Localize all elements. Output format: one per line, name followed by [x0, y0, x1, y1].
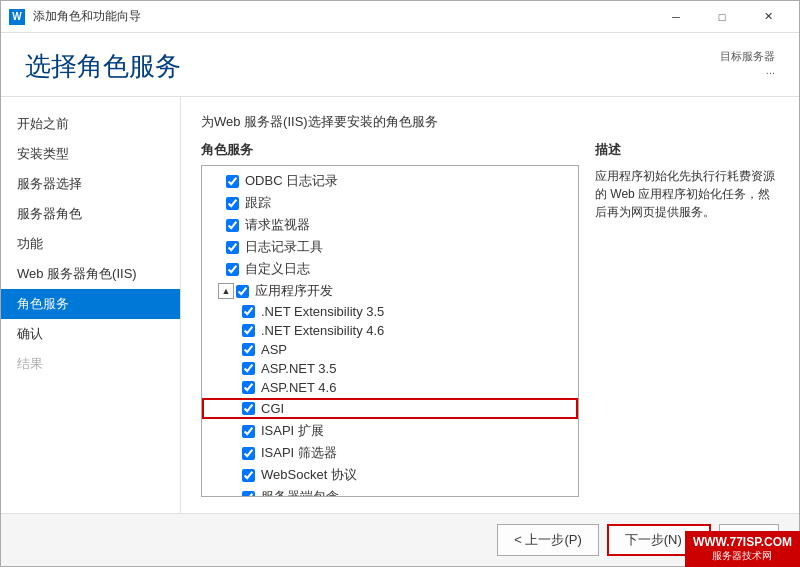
watermark-line2: 服务器技术网 [693, 549, 792, 563]
sidebar: 开始之前 安装类型 服务器选择 服务器角色 功能 Web 服务器角色(IIS) … [1, 97, 181, 513]
isapi-ext-label: ISAPI 扩展 [261, 422, 324, 440]
sidebar-item-start[interactable]: 开始之前 [1, 109, 180, 139]
custom-log-checkbox[interactable] [226, 263, 239, 276]
title-bar: W 添加角色和功能向导 ─ □ ✕ [1, 1, 799, 33]
sidebar-item-server-role[interactable]: 服务器角色 [1, 199, 180, 229]
desc-text: 应用程序初始化先执行行耗费资源的 Web 应用程序初始化任务，然后再为网页提供服… [595, 167, 779, 221]
aspnet35-label: ASP.NET 3.5 [261, 361, 336, 376]
sidebar-item-result: 结果 [1, 349, 180, 379]
log-tools-checkbox[interactable] [226, 241, 239, 254]
window-title: 添加角色和功能向导 [33, 8, 653, 25]
target-value: ... [720, 64, 775, 76]
list-item: ASP.NET 3.5 [202, 359, 578, 378]
websocket-label: WebSocket 协议 [261, 466, 357, 484]
server-side-checkbox[interactable] [242, 491, 255, 498]
req-monitor-checkbox[interactable] [226, 219, 239, 232]
app-dev-label: 应用程序开发 [255, 282, 333, 300]
list-item: ASP.NET 4.6 [202, 378, 578, 397]
list-item: ODBC 日志记录 [202, 170, 578, 192]
list-item: ISAPI 扩展 [202, 420, 578, 442]
list-item: .NET Extensibility 4.6 [202, 321, 578, 340]
app-icon: W [9, 9, 25, 25]
list-item: 自定义日志 [202, 258, 578, 280]
trace-label: 跟踪 [245, 194, 271, 212]
cgi-label: CGI [261, 401, 284, 416]
app-dev-expand[interactable]: ▲ [218, 283, 234, 299]
main-area: 开始之前 安装类型 服务器选择 服务器角色 功能 Web 服务器角色(IIS) … [1, 97, 799, 513]
desc-title: 描述 [595, 141, 779, 159]
content-area: 为Web 服务器(IIS)选择要安装的角色服务 角色服务 ODBC 日志记录 [181, 97, 799, 513]
target-label: 目标服务器 [720, 49, 775, 64]
main-window: W 添加角色和功能向导 ─ □ ✕ 选择角色服务 目标服务器 ... 开始之前 … [0, 0, 800, 567]
asp-checkbox[interactable] [242, 343, 255, 356]
aspnet35-checkbox[interactable] [242, 362, 255, 375]
cgi-item: CGI [202, 398, 578, 419]
watermark-line1: WWW.77ISP.COM [693, 535, 792, 549]
sidebar-item-confirm[interactable]: 确认 [1, 319, 180, 349]
list-item: 请求监视器 [202, 214, 578, 236]
page-title: 选择角色服务 [25, 49, 181, 84]
isapi-filter-checkbox[interactable] [242, 447, 255, 460]
checklist-container[interactable]: ODBC 日志记录 跟踪 [201, 165, 579, 497]
list-item: ▲ 应用程序开发 [202, 280, 578, 302]
websocket-checkbox[interactable] [242, 469, 255, 482]
req-monitor-label: 请求监视器 [245, 216, 310, 234]
target-server-info: 目标服务器 ... [720, 49, 775, 76]
list-item: 服务器端包含 [202, 486, 578, 497]
two-panel: 角色服务 ODBC 日志记录 [201, 141, 779, 497]
description-panel: 描述 应用程序初始化先执行行耗费资源的 Web 应用程序初始化任务，然后再为网页… [579, 141, 779, 497]
sidebar-item-web-role[interactable]: Web 服务器角色(IIS) [1, 259, 180, 289]
minimize-button[interactable]: ─ [653, 1, 699, 33]
cgi-checkbox[interactable] [242, 402, 255, 415]
list-item: ASP [202, 340, 578, 359]
content-description: 为Web 服务器(IIS)选择要安装的角色服务 [201, 113, 779, 131]
net46-checkbox[interactable] [242, 324, 255, 337]
list-item: ISAPI 筛选器 [202, 442, 578, 464]
sidebar-item-install-type[interactable]: 安装类型 [1, 139, 180, 169]
net35-checkbox[interactable] [242, 305, 255, 318]
sidebar-item-role-service[interactable]: 角色服务 [1, 289, 180, 319]
custom-log-label: 自定义日志 [245, 260, 310, 278]
footer: < 上一步(P) 下一步(N) > 取消 [1, 513, 799, 566]
section-title: 角色服务 [201, 141, 579, 159]
list-item: 日志记录工具 [202, 236, 578, 258]
list-item: .NET Extensibility 3.5 [202, 302, 578, 321]
header: 选择角色服务 目标服务器 ... [1, 33, 799, 97]
prev-button[interactable]: < 上一步(P) [497, 524, 599, 556]
list-item: 跟踪 [202, 192, 578, 214]
asp-label: ASP [261, 342, 287, 357]
odbc-checkbox[interactable] [226, 175, 239, 188]
window-controls: ─ □ ✕ [653, 1, 791, 33]
watermark: WWW.77ISP.COM 服务器技术网 [685, 531, 800, 567]
odbc-label: ODBC 日志记录 [245, 172, 338, 190]
app-dev-checkbox[interactable] [236, 285, 249, 298]
log-tools-label: 日志记录工具 [245, 238, 323, 256]
close-button[interactable]: ✕ [745, 1, 791, 33]
aspnet46-checkbox[interactable] [242, 381, 255, 394]
aspnet46-label: ASP.NET 4.6 [261, 380, 336, 395]
server-side-label: 服务器端包含 [261, 488, 339, 497]
sidebar-item-features[interactable]: 功能 [1, 229, 180, 259]
maximize-button[interactable]: □ [699, 1, 745, 33]
isapi-ext-checkbox[interactable] [242, 425, 255, 438]
list-item: WebSocket 协议 [202, 464, 578, 486]
checklist-inner: ODBC 日志记录 跟踪 [202, 166, 578, 497]
net35-label: .NET Extensibility 3.5 [261, 304, 384, 319]
net46-label: .NET Extensibility 4.6 [261, 323, 384, 338]
isapi-filter-label: ISAPI 筛选器 [261, 444, 337, 462]
sidebar-item-server-select[interactable]: 服务器选择 [1, 169, 180, 199]
trace-checkbox[interactable] [226, 197, 239, 210]
